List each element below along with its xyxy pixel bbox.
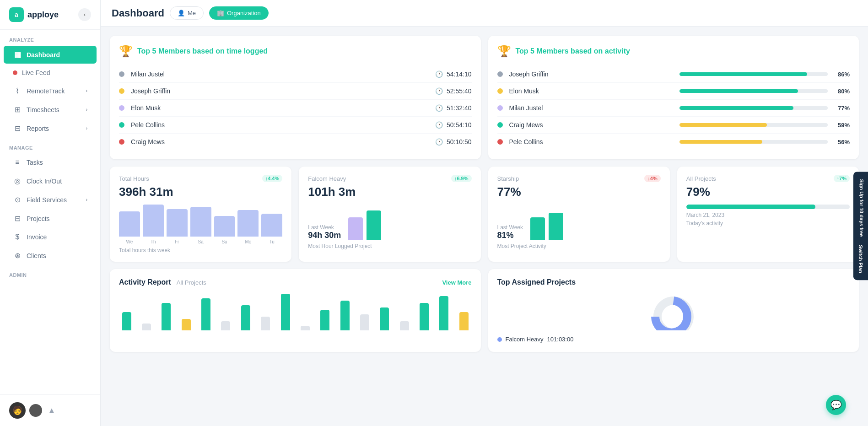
sidebar-item-timesheets[interactable]: ⊞ Timesheets › [4, 101, 97, 119]
act-bar [301, 326, 310, 330]
bar-label: Su [214, 239, 235, 244]
sidebar-item-label: Invoice [27, 233, 47, 241]
clock-icon: 🕐 [435, 70, 443, 78]
act-bar-group [278, 294, 293, 330]
legend-dot-falcom [497, 337, 502, 342]
starship-last-week: Last Week 81% [497, 224, 523, 240]
list-item: Milan Justel 🕐 54:14:10 [119, 66, 472, 83]
sidebar-item-livefeed[interactable]: Live Feed [4, 65, 97, 81]
starship-badge: ↓4% [644, 175, 660, 182]
sidebar-item-reports[interactable]: ⊟ Reports › [4, 119, 97, 137]
clock-icon: 🕐 [435, 121, 443, 129]
bar-label: Mo [237, 239, 259, 244]
falcom-badge: ↑6.9% [451, 175, 472, 182]
sidebar-item-invoice[interactable]: $ Invoice [4, 228, 97, 246]
activity-report-header: Activity Report All Projects View More [119, 278, 472, 286]
top-projects-card: Top Assigned Projects Falcom Heavy 101:0… [488, 269, 859, 352]
sidebar-item-dashboard[interactable]: ▦ Dashboard [4, 46, 97, 64]
sidebar-item-label: Dashboard [27, 51, 60, 59]
sidebar-item-remotetrack[interactable]: ⌇ RemoteTrack › [4, 82, 97, 100]
sidebar-item-label: Field Services [27, 196, 67, 204]
tab-me[interactable]: 👤 Me [170, 6, 204, 20]
top5-row: 🏆 Top 5 Members based on time logged Mil… [110, 36, 859, 159]
all-projects-badge: ↑7% [834, 175, 850, 182]
all-projects-card: All Projects ↑7% 79% March 21, 2023 Toda… [677, 167, 859, 262]
activity-report-title: Activity Report [119, 278, 171, 286]
invoice-icon: $ [13, 233, 22, 241]
all-projects-progress-bg [686, 205, 850, 209]
member-name: Elon Musk [509, 87, 679, 95]
act-bar-group [397, 321, 412, 330]
falcom-label: Falcom Heavy [308, 175, 346, 182]
total-hours-value: 396h 31m [119, 185, 282, 199]
act-bar [459, 312, 469, 330]
fieldservices-icon: ⊙ [13, 195, 22, 204]
sidebar-item-projects[interactable]: ⊟ Projects [4, 210, 97, 227]
org-icon: 🏢 [217, 10, 224, 16]
main-area: Dashboard 👤 Me 🏢 Organization 🏆 Top 5 Me… [101, 0, 868, 426]
activity-report-sub: All Projects [177, 279, 206, 286]
activity-bar-bg [679, 140, 828, 144]
act-bar [142, 324, 151, 330]
sidebar-item-clockinout[interactable]: ◎ Clock In/Out [4, 172, 97, 190]
top5-activity-title: Top 5 Members based on activity [516, 47, 630, 55]
trophy-icon: 🏆 [119, 45, 133, 58]
avatar-small [29, 404, 42, 417]
top5-time-title: Top 5 Members based on time logged [137, 47, 268, 55]
logo-icon: a [9, 7, 24, 22]
donut-svg [646, 294, 701, 330]
section-label-admin: Admin [0, 265, 100, 280]
tab-organization[interactable]: 🏢 Organization [209, 6, 269, 20]
activity-pct: 86% [832, 71, 850, 78]
view-more-button[interactable]: View More [442, 279, 471, 286]
act-bar-group [258, 317, 273, 330]
trophy-icon: 🏆 [497, 45, 511, 58]
member-dot [497, 105, 503, 111]
scroll-up-button[interactable]: ▲ [48, 406, 56, 415]
sidebar-item-fieldservices[interactable]: ⊙ Field Services › [4, 191, 97, 209]
bar-label: Fr [167, 239, 188, 244]
activity-bar-bg [679, 72, 828, 76]
activity-pct: 77% [832, 105, 850, 112]
list-item: Elon Musk 🕐 51:32:40 [119, 100, 472, 117]
falcom-bar1 [348, 217, 363, 240]
total-hours-card: Total Hours ↑4.4% 396h 31m WeThFrSaSuMoT… [110, 167, 291, 262]
chat-bubble[interactable]: 💬 [826, 395, 846, 415]
time-value: 50:54:10 [447, 121, 472, 129]
logo-text: apploye [27, 10, 59, 20]
bar [214, 216, 235, 237]
act-bar [340, 301, 350, 330]
act-bar [162, 303, 171, 330]
act-bar [241, 305, 250, 330]
list-item: Elon Musk 80% [497, 83, 850, 100]
act-bar [261, 317, 270, 330]
list-item: Milan Justel 77% [497, 100, 850, 117]
activity-bar-fill [679, 140, 763, 144]
reports-icon: ⊟ [13, 124, 22, 133]
falcom-last-week-value: 94h 30m [308, 231, 341, 240]
falcom-last-week-label: Last Week [308, 224, 341, 231]
page-title: Dashboard [112, 7, 164, 19]
collapse-button[interactable]: ‹ [78, 8, 91, 21]
sidebar-item-tasks[interactable]: ≡ Tasks [4, 154, 97, 171]
bottom-row: Activity Report All Projects View More T… [110, 269, 859, 352]
act-bar-group [337, 301, 352, 330]
act-bar-group [159, 303, 174, 330]
starship-header: Starship ↓4% [497, 175, 661, 182]
member-dot [497, 88, 503, 94]
top5-time-header: 🏆 Top 5 Members based on time logged [119, 45, 472, 58]
switch-plan-panel[interactable]: Switch Plan [853, 237, 868, 280]
starship-value: 77% [497, 185, 661, 199]
sidebar-item-clients[interactable]: ⊛ Clients [4, 247, 97, 264]
me-icon: 👤 [178, 10, 185, 16]
member-name: Joseph Griffin [509, 70, 679, 78]
list-item: Pele Collins 56% [497, 134, 850, 150]
list-item: Joseph Griffin 86% [497, 66, 850, 83]
member-dot [119, 71, 124, 77]
member-dot [119, 122, 124, 128]
timesheets-icon: ⊞ [13, 105, 22, 114]
activity-pct: 56% [832, 139, 850, 146]
all-projects-value: 79% [686, 185, 850, 199]
top5-activity-card: 🏆 Top 5 Members based on activity Joseph… [488, 36, 859, 159]
activity-bar-fill [679, 123, 767, 127]
